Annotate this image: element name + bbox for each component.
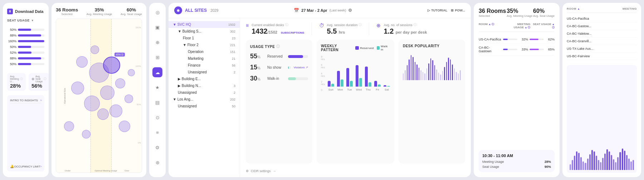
bubble-header: 36 Rooms Selected 35% Avg. Meeting Usage…	[56, 7, 142, 16]
right2-row[interactable]: US-TX-Lake Aus...	[567, 45, 637, 53]
tree-item-label: ▼ Building S...	[178, 29, 201, 33]
tree-item[interactable]: Unassigned2	[169, 89, 240, 96]
r2-bar	[626, 155, 628, 170]
bar-fill	[18, 57, 41, 59]
usage-bar-row: 88%	[7, 34, 44, 37]
cloud-icon[interactable]: ☁	[152, 67, 162, 77]
tree-item[interactable]: Operation151	[169, 48, 240, 55]
avg-meeting-bubble-sub: Avg. Meeting Usage	[87, 13, 112, 16]
rt-room-cell: CA-BC-Gastown	[479, 46, 502, 53]
r2-room-header[interactable]: ROOM ▲	[567, 7, 604, 10]
sidebar: ◎▣⊕⊞☁★▤⊙≡⚙⊛	[149, 3, 166, 177]
desk-bar	[454, 68, 455, 80]
desk-bar	[405, 70, 406, 80]
r2-bar	[611, 155, 612, 170]
rt-seat-bar-fill	[530, 39, 538, 40]
r2-bar	[613, 159, 614, 170]
day-column: Tue	[346, 68, 353, 91]
tree-item-count: 221	[230, 43, 235, 47]
home-icon[interactable]: ◎	[152, 7, 162, 17]
day-column: Fri	[374, 81, 381, 91]
day-column: Thu	[365, 67, 371, 91]
all-sites-label[interactable]: ALL SITES	[185, 8, 207, 13]
download-button[interactable]: ⬇ Download Data	[7, 9, 44, 14]
violators-link[interactable]: Violators ↗	[294, 66, 308, 69]
tree-item[interactable]: Unassigned50	[169, 103, 240, 110]
right-table-row[interactable]: CA-BC-Gastown 33% 65%	[479, 44, 555, 55]
intro-insights-row[interactable]: INTRO TO INSIGHTS ›	[10, 97, 42, 103]
table-icon[interactable]: ▤	[152, 97, 162, 107]
bar-track	[18, 29, 44, 31]
building-icon[interactable]: ▣	[152, 22, 162, 32]
info-icon2: ⓘ	[44, 77, 47, 81]
tree-item-label: Finance	[188, 63, 201, 67]
tree-item[interactable]: Unassigned2	[169, 69, 240, 76]
tree-item-label: Unassigned	[188, 70, 207, 74]
ut-pct: 55%	[250, 53, 264, 60]
y-axis: 8 Hrs6 Hrs4 Hrs2 Hrs0	[321, 55, 325, 91]
right2-row[interactable]: US-BC-Fairview	[567, 53, 637, 60]
tutorial-btn[interactable]: ▷ TUTORIAL	[428, 9, 447, 12]
grid-icon[interactable]: ⊞	[152, 52, 162, 62]
tree-item[interactable]: ▶ Building E...	[169, 76, 240, 82]
circle-icon[interactable]: ⊙	[152, 112, 162, 122]
detail-meeting-row: Meeting Usage 28%	[482, 160, 551, 164]
right2-row[interactable]: CA-BC-Gastow...	[567, 23, 637, 30]
tree-item[interactable]: ▼ Floor 2221	[169, 42, 240, 48]
rt-seat-bar-track	[530, 39, 544, 40]
subscriptions-link[interactable]: SUBSCRIPTIONS	[281, 31, 304, 34]
tree-item[interactable]: ▼ SVC HQ1502	[169, 21, 240, 28]
walkin-bar	[369, 82, 371, 87]
right2-row[interactable]: CA-BC-Granvill...	[567, 38, 637, 45]
rt-meeting-header[interactable]: MEETING USAGE ▲ ⓘ	[508, 23, 531, 29]
tree-item[interactable]: ▶ Building N...3	[169, 82, 240, 89]
r2-meeting-header[interactable]: MEETING	[606, 7, 637, 10]
tree-item-label: Operation	[188, 50, 204, 54]
menu-icon[interactable]: ≡	[152, 127, 162, 137]
tree-item[interactable]: Floor 123	[169, 35, 240, 42]
r2-name-cell: CA-BC-Yaletow...	[567, 32, 604, 35]
walkin-bar	[350, 81, 353, 87]
bubble	[91, 45, 99, 54]
usage-bars: 50% 88% 160% 50% 52% 88% 50%	[7, 28, 44, 66]
tree-item[interactable]: Marketing21	[169, 55, 240, 62]
y-label: 0	[321, 89, 325, 91]
ut-bar-track	[288, 66, 291, 69]
gear-icon[interactable]: ⚙	[348, 8, 352, 13]
tree-item-count: 21	[232, 57, 235, 60]
cidr-row[interactable]: ⚙ CIDR settings →	[246, 168, 465, 173]
right2-row[interactable]: US-CA-Pacifica	[567, 15, 637, 23]
rt-seat-cell: 65%	[530, 48, 555, 51]
ut-pct: 30%	[250, 75, 264, 82]
date-range[interactable]: 📅 27 Mar - 2 Apr (Last week) ⚙	[294, 8, 352, 13]
occupancy-limit-row[interactable]: 🔔 OCCUPANCY LIMIT ›	[10, 164, 42, 169]
reserved-bar	[365, 67, 368, 87]
rt-room-header[interactable]: ROOM ▲ ⓘ	[479, 23, 506, 29]
r2-bar	[609, 151, 610, 170]
right2-rows: US-CA-Pacifica CA-BC-Gastow... CA-BC-Yal…	[567, 15, 637, 60]
reserved-bar	[328, 81, 331, 87]
day-column: Sun	[328, 81, 334, 91]
intro-insights-label: INTRO TO INSIGHTS	[10, 99, 38, 102]
ai-icon[interactable]: ⊛	[152, 157, 162, 167]
pow-btn[interactable]: ⊞ POW...	[451, 9, 465, 12]
settings-icon[interactable]: ⚙	[152, 142, 162, 152]
bar-track	[18, 57, 44, 59]
add-icon[interactable]: ⊕	[152, 37, 162, 47]
tree-item[interactable]: Finance56	[169, 62, 240, 69]
tree-item[interactable]: ▼ Building S...302	[169, 28, 240, 35]
right-seat-stat: 60% Avg. Seat Usage	[533, 8, 555, 18]
star-icon[interactable]: ★	[152, 82, 162, 92]
r2-bar	[596, 156, 597, 170]
right-table-row[interactable]: US-CA-Pacifica 32% 62%	[479, 35, 555, 44]
right2-row[interactable]: CA-BC-Yaletow...	[567, 30, 637, 38]
day-column: Wed	[356, 65, 362, 91]
tree-item-label: ▼ Floor 2	[183, 43, 199, 47]
detail-seat-label: Seat Usage	[482, 165, 499, 169]
tree-item[interactable]: ▼ Los Ang...202	[169, 96, 240, 103]
rt-seat-header[interactable]: SEAT USAGE ▲ ⓘ	[532, 23, 555, 29]
desk-bar	[452, 64, 453, 80]
weekly-legend: Reserved Walk in	[355, 45, 390, 51]
avg-sessions-stat: ⊕ Avg. no. of sessions ⓘ 1.2 per day per…	[376, 23, 427, 35]
day-bars	[374, 81, 381, 87]
